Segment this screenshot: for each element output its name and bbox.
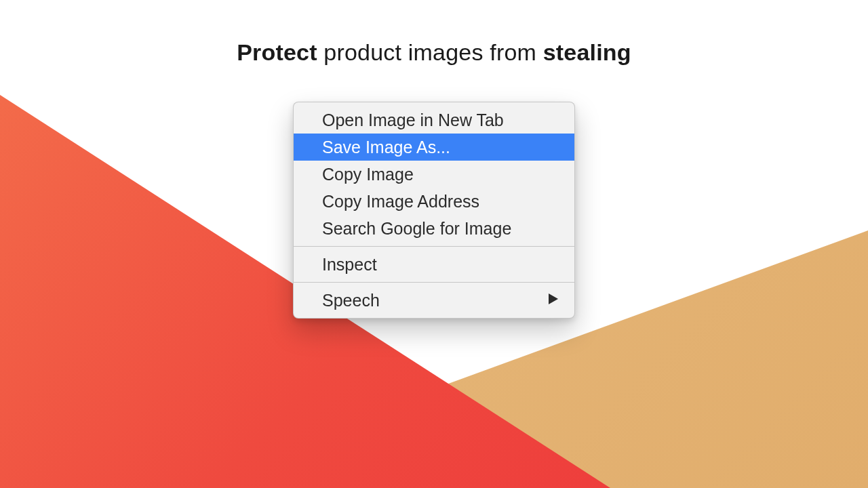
menu-item-label: Search Google for Image bbox=[322, 219, 511, 239]
menu-item-search-google-for-image[interactable]: Search Google for Image bbox=[294, 215, 574, 242]
headline: Protect product images from stealing bbox=[0, 39, 868, 66]
menu-item-label: Copy Image Address bbox=[322, 192, 479, 211]
context-menu: Open Image in New Tab Save Image As... C… bbox=[293, 102, 575, 319]
menu-item-copy-image-address[interactable]: Copy Image Address bbox=[294, 188, 574, 215]
headline-mid: product images from bbox=[317, 39, 543, 65]
menu-item-label: Open Image in New Tab bbox=[322, 110, 504, 130]
menu-item-inspect[interactable]: Inspect bbox=[294, 251, 574, 278]
menu-item-speech[interactable]: Speech bbox=[294, 287, 574, 314]
menu-item-label: Save Image As... bbox=[322, 138, 450, 157]
headline-strong-1: Protect bbox=[237, 39, 317, 65]
menu-item-label: Inspect bbox=[322, 255, 377, 274]
menu-item-label: Copy Image bbox=[322, 165, 414, 184]
submenu-arrow-icon bbox=[549, 293, 558, 308]
menu-item-copy-image[interactable]: Copy Image bbox=[294, 161, 574, 188]
menu-item-save-image-as[interactable]: Save Image As... bbox=[294, 134, 574, 161]
menu-separator bbox=[294, 246, 574, 247]
svg-marker-0 bbox=[549, 293, 558, 304]
promo-slide: Protect product images from stealing Ope… bbox=[0, 0, 868, 488]
menu-item-open-image-new-tab[interactable]: Open Image in New Tab bbox=[294, 106, 574, 134]
menu-item-label: Speech bbox=[322, 291, 380, 310]
headline-strong-2: stealing bbox=[543, 39, 631, 65]
menu-separator bbox=[294, 282, 574, 283]
